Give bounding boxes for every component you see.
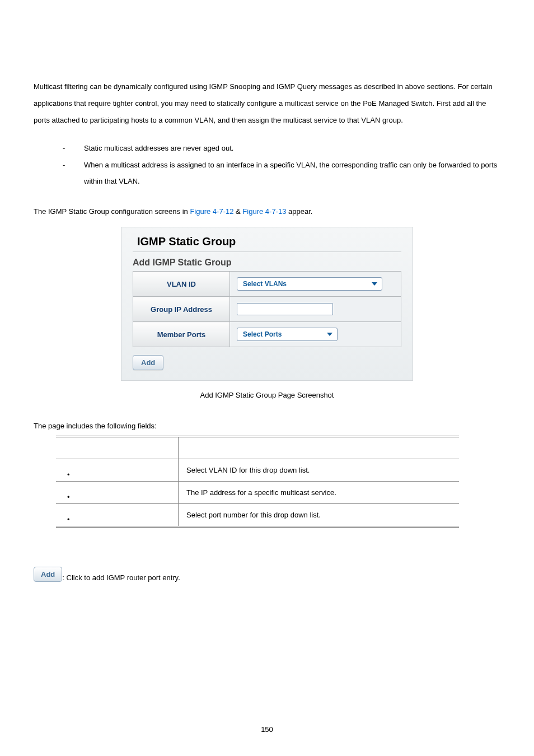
figure-caption: Add IGMP Static Group Page Screenshot bbox=[34, 391, 500, 399]
fields-table-desc: The IP address for a specific multicast … bbox=[179, 482, 460, 504]
add-button-inline[interactable]: Add bbox=[34, 567, 62, 582]
page-number: 150 bbox=[0, 725, 534, 734]
fields-table-desc: Select VLAN ID for this drop down list. bbox=[179, 459, 460, 482]
fields-table-header-object bbox=[56, 437, 179, 459]
panel-subtitle: Add IGMP Static Group bbox=[133, 258, 401, 268]
add-button-description: : Click to add IGMP router port entry. bbox=[62, 573, 180, 582]
vlan-select-text: Select VLANs bbox=[243, 280, 287, 288]
refline-mid: & bbox=[233, 207, 242, 216]
ports-select[interactable]: Select Ports bbox=[237, 328, 338, 341]
refline-prefix: The IGMP Static Group configuration scre… bbox=[34, 207, 190, 216]
fields-intro: The page includes the following fields: bbox=[34, 422, 500, 430]
bullet-list: Static multicast addresses are never age… bbox=[56, 140, 500, 190]
panel-title: IGMP Static Group bbox=[137, 235, 401, 248]
ports-select-text: Select Ports bbox=[243, 330, 282, 338]
figure-link-1[interactable]: Figure 4-7-12 bbox=[190, 207, 233, 216]
chevron-down-icon bbox=[327, 333, 332, 336]
chevron-down-icon bbox=[372, 282, 377, 286]
fields-table-object bbox=[56, 482, 179, 504]
refline-suffix: appear. bbox=[286, 207, 312, 216]
figure-link-2[interactable]: Figure 4-7-13 bbox=[242, 207, 286, 216]
fields-table: Select VLAN ID for this drop down list. … bbox=[56, 436, 459, 528]
member-ports-label: Member Ports bbox=[133, 322, 230, 347]
igmp-static-group-panel: IGMP Static Group Add IGMP Static Group … bbox=[121, 227, 413, 381]
add-button[interactable]: Add bbox=[133, 355, 163, 370]
fields-table-object bbox=[56, 459, 179, 482]
fields-table-object bbox=[56, 504, 179, 527]
intro-paragraph: Multicast filtering can be dynamically c… bbox=[34, 78, 500, 129]
fields-table-desc: Select port number for this drop down li… bbox=[179, 504, 460, 527]
form-table: VLAN ID Select VLANs Group IP Address bbox=[133, 271, 401, 347]
vlan-select[interactable]: Select VLANs bbox=[237, 277, 382, 291]
table-row: The IP address for a specific multicast … bbox=[56, 482, 459, 504]
table-row: Select port number for this drop down li… bbox=[56, 504, 459, 527]
vlan-id-label: VLAN ID bbox=[133, 272, 230, 297]
group-ip-input[interactable] bbox=[237, 303, 333, 315]
bullet-item: Static multicast addresses are never age… bbox=[56, 140, 500, 157]
reference-line: The IGMP Static Group configuration scre… bbox=[34, 203, 500, 220]
bullet-item: When a multicast address is assigned to … bbox=[56, 157, 500, 190]
group-ip-label: Group IP Address bbox=[133, 297, 230, 322]
table-row: Select VLAN ID for this drop down list. bbox=[56, 459, 459, 482]
fields-table-header-desc bbox=[179, 437, 460, 459]
